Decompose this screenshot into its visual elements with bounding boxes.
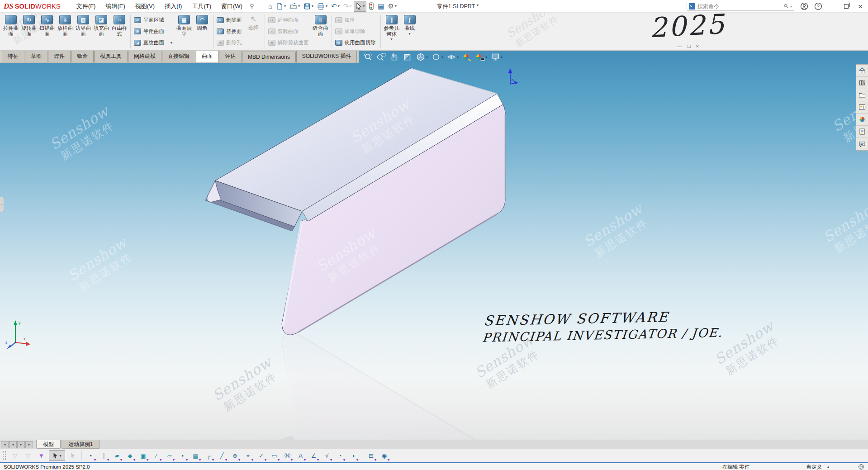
menubar-item-2[interactable]: 编辑(E)	[100, 0, 130, 13]
help-icon[interactable]: ?	[814, 2, 822, 10]
filter-surface-bodies-button[interactable]: ◆▾	[123, 450, 137, 462]
dropdown-caret-icon[interactable]: ▾	[171, 41, 172, 45]
fillet-button[interactable]: ◠圆角	[193, 14, 211, 31]
filter-edges-button[interactable]: ∣▾	[97, 450, 110, 462]
tab-direct-editing[interactable]: 直接编辑	[162, 51, 195, 62]
curves-button[interactable]: ∫曲线▾	[401, 14, 419, 36]
taskpane-view-palette[interactable]	[856, 101, 868, 114]
dropdown-caret-icon[interactable]: ▾	[304, 458, 306, 462]
dropdown-caret-icon[interactable]: ▾	[356, 458, 358, 462]
ruled-surface-button[interactable]: ◢直纹曲面▾	[133, 37, 175, 48]
filled-surface-button[interactable]: ◪填充曲面	[92, 14, 110, 37]
lofted-surface-button[interactable]: ⇓放样曲面	[56, 14, 74, 37]
print-button[interactable]: ▾	[316, 1, 329, 12]
zoom-to-fit-button[interactable]	[362, 52, 375, 62]
filter-datums-button[interactable]: A▾	[294, 450, 307, 462]
options-dropdown[interactable]: ▾	[395, 4, 397, 8]
menubar-item-4[interactable]: 插入(I)	[160, 0, 187, 13]
new-document-button[interactable]: ▾	[275, 1, 287, 12]
apply-scene-dropdown[interactable]: ▾	[485, 55, 487, 59]
filter-origins-button[interactable]: ▪▾	[176, 450, 189, 462]
search-dropdown[interactable]: ▾	[790, 5, 792, 9]
menubar-item-3[interactable]: 视图(V)	[130, 0, 160, 13]
save-button[interactable]: ▾	[302, 1, 315, 12]
tab-mbd-dimensions[interactable]: MBD Dimensions	[242, 52, 296, 62]
tab-mesh-modeling[interactable]: 网格建模	[128, 51, 161, 62]
save-dropdown[interactable]: ▾	[312, 4, 313, 8]
taskpane-solidworks-resources[interactable]	[856, 65, 868, 77]
dropdown-caret-icon[interactable]: ▾	[409, 32, 411, 36]
taskpane-custom-properties[interactable]	[856, 126, 868, 138]
selection-filter-flyout-button[interactable]: ▽	[9, 450, 22, 462]
planar-surface-button[interactable]: ▱平面区域	[133, 14, 175, 26]
taskpane-appearances[interactable]	[856, 114, 868, 126]
filter-sketch-segments-button[interactable]: ╱▾	[215, 450, 228, 462]
graphics-viewport[interactable]: y x z 特征草图焊件钣金模具工具网格建模直接编辑曲面评估MBD Dimens…	[0, 51, 868, 440]
zoom-to-area-button[interactable]	[375, 52, 388, 62]
search-input[interactable]	[697, 3, 783, 9]
toolbar-grip[interactable]	[3, 451, 6, 460]
tab-solidworks-addins[interactable]: SOLIDWORKS 插件	[296, 51, 357, 62]
filter-sketches-button[interactable]: ▦▾	[189, 450, 202, 462]
doc-minimize-icon[interactable]: —	[677, 44, 682, 49]
filter-dimensions-button[interactable]: ✓▾	[255, 450, 268, 462]
view-settings-dropdown[interactable]: ▾	[501, 55, 503, 59]
view-orientation-dropdown[interactable]: ▾	[426, 55, 428, 59]
tab-surfaces[interactable]: 曲面	[196, 51, 218, 62]
menubar-item-5[interactable]: 工具(T)	[187, 0, 216, 13]
filter-annotations-button[interactable]: ▭▾	[268, 450, 281, 462]
dropdown-caret-icon[interactable]: ▾	[147, 458, 148, 462]
filter-faces-button[interactable]: ▰▾	[110, 450, 123, 462]
dropdown-caret-icon[interactable]: ▾	[265, 458, 266, 462]
filter-section-lines-button[interactable]: ◑▾	[346, 450, 360, 462]
dropdown-caret-icon[interactable]: ▾	[120, 458, 122, 462]
apply-scene-button[interactable]: ▾	[474, 52, 489, 62]
search-icon[interactable]: 🔍︎	[783, 3, 789, 9]
dropdown-caret-icon[interactable]: ▾	[225, 458, 227, 462]
edit-appearance-button[interactable]	[460, 52, 473, 62]
feature-manager-collapse-tab[interactable]: ‹	[0, 197, 4, 212]
new-document-dropdown[interactable]: ▾	[284, 4, 286, 8]
doc-restore-icon[interactable]: □	[688, 44, 691, 49]
study-tab-motion-study-1[interactable]: 运动算例1	[62, 440, 100, 449]
hide-show-items-button[interactable]: ▾	[445, 52, 460, 62]
tab-evaluate[interactable]: 评估	[219, 51, 242, 62]
dropdown-caret-icon[interactable]: ▾	[160, 458, 161, 462]
home-button[interactable]: ⌂	[267, 1, 274, 12]
display-style-dropdown[interactable]: ▾	[441, 55, 443, 59]
reference-geometry-button[interactable]: ∥参考几何体▾	[383, 14, 401, 41]
tab-weldments[interactable]: 焊件	[48, 51, 71, 62]
study-nav-previous-icon[interactable]: ◂	[9, 441, 17, 448]
filter-center-marks-button[interactable]: ⌖▾	[242, 450, 255, 462]
open-button[interactable]: ▾	[288, 1, 301, 12]
view-orientation-button[interactable]: ▾	[414, 52, 429, 62]
tab-features[interactable]: 特征	[2, 51, 24, 62]
view-settings-button[interactable]: ▾	[489, 52, 504, 62]
menubar-item-6[interactable]: 窗口(W)	[216, 0, 247, 13]
section-view-button[interactable]	[401, 52, 414, 62]
replace-face-button[interactable]: ⇄替换面	[215, 26, 245, 37]
dropdown-caret-icon[interactable]: ▾	[375, 458, 376, 462]
dropdown-caret-icon[interactable]: ▾	[186, 458, 188, 462]
restore-button[interactable]	[842, 2, 850, 10]
filter-weld-symbols-button[interactable]: ∠▾	[307, 450, 320, 462]
dropdown-caret-icon[interactable]: ▾	[291, 458, 293, 462]
filter-routing-points-button[interactable]: ◉▾	[378, 450, 391, 462]
cut-with-surface-button[interactable]: ⊖使用曲面切除	[334, 37, 379, 48]
options-button[interactable]: ⚙▾	[386, 1, 398, 12]
command-search[interactable]: >_ 🔍︎ ▾	[687, 2, 794, 11]
select-tool-button[interactable]: ▾	[49, 450, 65, 461]
status-globe-icon[interactable]	[858, 464, 864, 470]
dropdown-caret-icon[interactable]: ▾	[391, 37, 393, 41]
hide-show-items-dropdown[interactable]: ▾	[457, 55, 459, 59]
status-custom[interactable]: 自定义 ▲	[806, 464, 830, 470]
menubar-item-1[interactable]: 文件(F)	[71, 0, 101, 13]
undo-button[interactable]: ↶▾	[330, 1, 341, 12]
previous-view-button[interactable]	[388, 52, 401, 62]
status-custom-caret[interactable]: ▲	[826, 465, 830, 469]
boundary-surface-button[interactable]: ▧边界曲面	[74, 14, 92, 37]
filter-axes-button[interactable]: ∕▾	[150, 450, 163, 462]
tab-sheet-metal[interactable]: 钣金	[71, 51, 94, 62]
taskpane-file-explorer[interactable]	[856, 89, 868, 101]
display-style-button[interactable]: ▾	[430, 52, 445, 62]
